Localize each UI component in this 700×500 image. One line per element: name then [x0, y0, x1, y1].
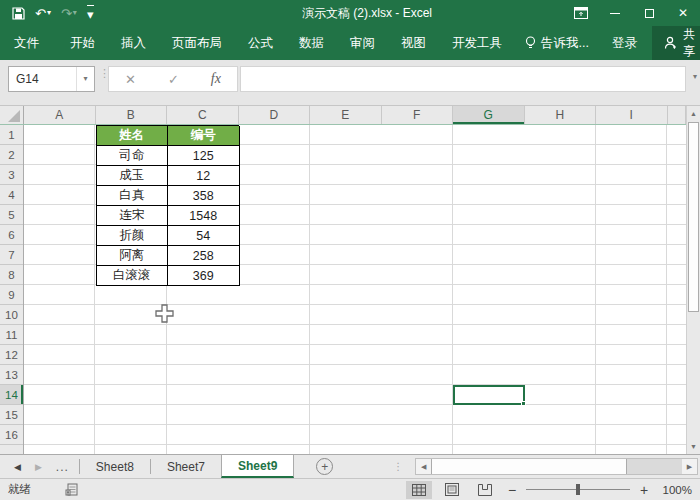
- share-button[interactable]: 共享: [652, 26, 700, 60]
- row-header-8[interactable]: 8: [0, 265, 23, 285]
- cell-b4[interactable]: 白真: [97, 186, 169, 206]
- page-layout-view-icon[interactable]: [439, 481, 465, 499]
- person-icon: [664, 36, 678, 50]
- cell-b7[interactable]: 阿离: [97, 246, 169, 266]
- cell-c3[interactable]: 12: [168, 166, 240, 186]
- row-header-5[interactable]: 5: [0, 205, 23, 225]
- ribbon-tab-review[interactable]: 审阅: [337, 26, 388, 60]
- row-header-11[interactable]: 11: [0, 325, 23, 345]
- zoom-in-icon[interactable]: +: [637, 482, 651, 498]
- sheet-tab-sheet9-active[interactable]: Sheet9: [221, 455, 294, 478]
- row-header-10[interactable]: 10: [0, 305, 23, 325]
- selected-cell-g14[interactable]: [453, 385, 525, 405]
- sheet-list-ellipsis[interactable]: ...: [56, 460, 69, 474]
- sign-in-button[interactable]: 登录: [599, 26, 650, 60]
- zoom-level-label[interactable]: 100%: [658, 484, 696, 496]
- name-box-value: G14: [9, 72, 76, 86]
- cell-b3[interactable]: 成玉: [97, 166, 169, 186]
- cell-b5[interactable]: 连宋: [97, 206, 169, 226]
- ribbon-tab-data[interactable]: 数据: [286, 26, 337, 60]
- row-header-9[interactable]: 9: [0, 285, 23, 305]
- insert-function-icon[interactable]: fx: [211, 71, 221, 87]
- expand-formula-bar-icon[interactable]: ▾: [693, 72, 697, 81]
- column-header-h[interactable]: H: [525, 106, 597, 124]
- ribbon-tab-home[interactable]: 开始: [57, 26, 108, 60]
- row-header-2[interactable]: 2: [0, 145, 23, 165]
- row-header-4[interactable]: 4: [0, 185, 23, 205]
- row-header-14-selected[interactable]: 14: [0, 385, 23, 405]
- cell-b6[interactable]: 折颜: [97, 226, 169, 246]
- row-header-7[interactable]: 7: [0, 245, 23, 265]
- zoom-slider[interactable]: [526, 484, 630, 495]
- fill-handle[interactable]: [521, 401, 526, 406]
- column-header-c[interactable]: C: [167, 106, 239, 124]
- scroll-down-icon[interactable]: ▼: [687, 439, 700, 454]
- row-header-16[interactable]: 16: [0, 425, 23, 445]
- cancel-icon[interactable]: ✕: [125, 72, 136, 87]
- horizontal-scroll-thumb[interactable]: [431, 459, 627, 474]
- name-box-arrow-icon[interactable]: ▾: [76, 67, 94, 91]
- column-header-e[interactable]: E: [310, 106, 382, 124]
- select-all-corner[interactable]: [0, 106, 24, 124]
- ribbon-tab-developer[interactable]: 开发工具: [439, 26, 515, 60]
- ribbon-tab-view[interactable]: 视图: [388, 26, 439, 60]
- cell-b2[interactable]: 司命: [97, 146, 169, 166]
- page-break-preview-icon[interactable]: [472, 481, 498, 499]
- cell-c7[interactable]: 258: [168, 246, 240, 266]
- minimize-button[interactable]: [598, 0, 632, 26]
- macro-record-icon[interactable]: [65, 483, 78, 496]
- formula-input[interactable]: [240, 66, 686, 92]
- name-box[interactable]: G14 ▾: [8, 66, 95, 92]
- horizontal-scrollbar[interactable]: ◀ ▶: [415, 458, 698, 475]
- row-header-12[interactable]: 12: [0, 345, 23, 365]
- sheet-nav: ◀ ▶ ...: [0, 455, 79, 478]
- cell-c4[interactable]: 358: [168, 186, 240, 206]
- ribbon-display-options-icon[interactable]: [564, 0, 598, 26]
- formula-bar-divider: ⋮: [99, 70, 105, 76]
- row-header-1[interactable]: 1: [0, 125, 23, 145]
- tell-me-box[interactable]: 告诉我...: [515, 26, 599, 60]
- zoom-slider-thumb[interactable]: [576, 484, 580, 495]
- scrollbar-divider[interactable]: ⋮: [393, 464, 403, 469]
- column-header-a[interactable]: A: [24, 106, 96, 124]
- column-header-b[interactable]: B: [96, 106, 168, 124]
- add-sheet-icon[interactable]: +: [316, 458, 333, 475]
- sheet-tab-sheet8[interactable]: Sheet8: [80, 455, 150, 478]
- column-header-g-selected[interactable]: G: [453, 106, 525, 124]
- undo-icon[interactable]: ↶▾: [35, 7, 51, 20]
- normal-view-icon[interactable]: [406, 481, 432, 499]
- scroll-right-icon[interactable]: ▶: [682, 459, 697, 474]
- ribbon-tab-insert[interactable]: 插入: [108, 26, 159, 60]
- sheet-nav-left-icon[interactable]: ◀: [14, 462, 21, 472]
- row-header-3[interactable]: 3: [0, 165, 23, 185]
- maximize-button[interactable]: [632, 0, 666, 26]
- row-header-15[interactable]: 15: [0, 405, 23, 425]
- zoom-out-icon[interactable]: −: [505, 482, 519, 498]
- ribbon-tab-page-layout[interactable]: 页面布局: [159, 26, 235, 60]
- ribbon-tab-formulas[interactable]: 公式: [235, 26, 286, 60]
- close-button[interactable]: ✕: [666, 0, 700, 26]
- vertical-scroll-thumb[interactable]: [688, 122, 699, 312]
- column-header-f[interactable]: F: [382, 106, 454, 124]
- sheet-tab-sheet7[interactable]: Sheet7: [151, 455, 221, 478]
- cell-c8[interactable]: 369: [168, 266, 240, 286]
- save-icon[interactable]: [12, 7, 25, 20]
- column-header-d[interactable]: D: [239, 106, 311, 124]
- redo-icon: ↷▾: [61, 7, 77, 20]
- ribbon-tab-file[interactable]: 文件: [0, 26, 57, 60]
- scroll-up-icon[interactable]: ▲: [687, 106, 700, 121]
- column-header-i[interactable]: I: [596, 106, 668, 124]
- cell-c5[interactable]: 1548: [168, 206, 240, 226]
- cell-b8[interactable]: 白滚滚: [97, 266, 169, 286]
- row-header-13[interactable]: 13: [0, 365, 23, 385]
- table-header-name[interactable]: 姓名: [97, 126, 169, 146]
- customize-qat-icon[interactable]: ▾: [87, 5, 94, 21]
- scroll-left-icon[interactable]: ◀: [416, 459, 431, 474]
- row-header-6[interactable]: 6: [0, 225, 23, 245]
- table-header-number[interactable]: 编号: [168, 126, 240, 146]
- cell-c6[interactable]: 54: [168, 226, 240, 246]
- cell-c2[interactable]: 125: [168, 146, 240, 166]
- enter-icon[interactable]: ✓: [168, 72, 179, 87]
- cells-area[interactable]: 姓名 编号 司命 125 成玉 12 白真 358 连宋 1548 折颜 54 …: [24, 125, 686, 454]
- vertical-scrollbar[interactable]: ▲ ▼: [686, 106, 700, 454]
